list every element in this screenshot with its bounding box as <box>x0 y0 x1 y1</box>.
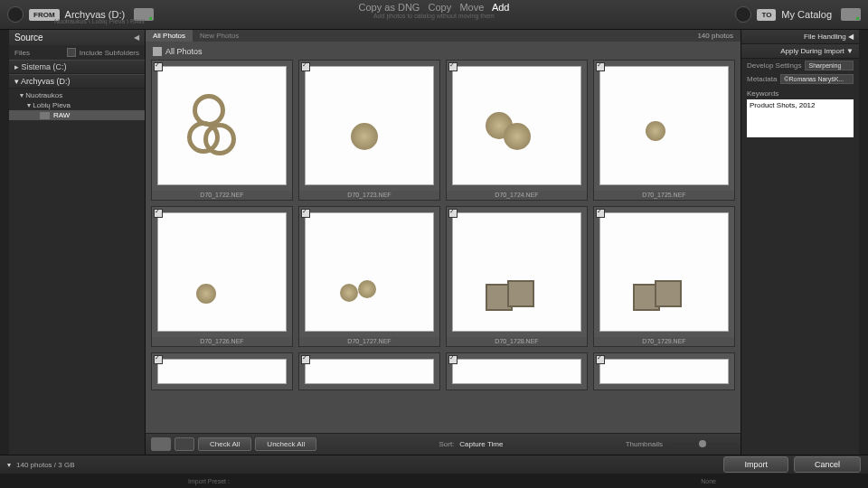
thumb-checkbox[interactable] <box>448 62 458 71</box>
section-title: All Photos <box>165 47 203 56</box>
include-subfolders-checkbox[interactable] <box>67 48 76 57</box>
thumb-checkbox[interactable] <box>301 355 310 364</box>
thumb-filename: D70_1722.NEF <box>152 191 292 200</box>
thumb-cell[interactable]: D70_1722.NEF <box>151 60 293 201</box>
folder-icon <box>40 112 50 119</box>
tree-lobiu-pieva[interactable]: ▾ Lobių Pieva <box>9 100 145 110</box>
thumb-cell[interactable] <box>593 352 735 390</box>
keywords-label: Keywords <box>747 89 854 98</box>
thumb-cell[interactable] <box>298 352 440 390</box>
thumb-checkbox[interactable] <box>448 355 458 364</box>
thumb-cell[interactable]: D70_1727.NEF <box>298 206 440 347</box>
file-handling-header[interactable]: File Handling ◀ <box>741 30 859 44</box>
sort-label: Sort: <box>439 440 454 448</box>
sort-value[interactable]: Capture Time <box>459 440 503 448</box>
thumb-cell[interactable] <box>151 352 293 390</box>
check-all-button[interactable]: Check All <box>198 437 251 451</box>
keywords-input[interactable]: Product Shots, 2012 <box>747 99 854 137</box>
thumb-filename: D70_1726.NEF <box>152 337 292 346</box>
chevron-down-icon: ▼ <box>846 47 854 55</box>
thumb-cell[interactable]: D70_1726.NEF <box>151 206 293 347</box>
right-panel-collapse[interactable] <box>859 30 868 455</box>
thumb-filename: D70_1727.NEF <box>299 337 439 346</box>
left-panel-collapse[interactable] <box>0 30 9 455</box>
thumb-cell[interactable]: D70_1728.NEF <box>446 206 588 347</box>
develop-settings-label: Develop Settings <box>747 61 801 70</box>
tree-raw[interactable]: RAW <box>9 110 145 120</box>
tab-new-photos[interactable]: New Photos <box>193 30 246 42</box>
thumb-checkbox[interactable] <box>154 209 163 218</box>
filmstrip-toggle-icon[interactable]: ▾ <box>7 461 11 469</box>
to-catalog-label[interactable]: My Catalog <box>781 9 832 20</box>
thumbnail-size-label: Thumbnails <box>626 440 663 448</box>
thumb-checkbox[interactable] <box>301 62 310 71</box>
op-move[interactable]: Move <box>459 2 484 13</box>
metadata-dropdown[interactable]: ©Romanas NaryšK... <box>780 74 854 84</box>
uncheck-all-button[interactable]: Uncheck All <box>255 437 316 451</box>
thumb-cell[interactable]: D70_1725.NEF <box>593 60 735 201</box>
thumb-checkbox[interactable] <box>596 355 605 364</box>
catalog-icon <box>841 8 861 21</box>
thumbnail-size-slider[interactable] <box>672 443 735 446</box>
drive-row-d[interactable]: ▾ Archyvas (D:) <box>9 74 145 89</box>
thumb-checkbox[interactable] <box>301 209 310 218</box>
op-add[interactable]: Add <box>492 2 510 13</box>
thumb-checkbox[interactable] <box>596 62 605 71</box>
nav-back-button[interactable] <box>7 6 24 23</box>
chevron-left-icon: ◀ <box>848 33 854 41</box>
photo-count: 140 photos <box>690 30 741 42</box>
apply-during-import-header[interactable]: Apply During Import ▼ <box>741 44 859 59</box>
source-panel-header[interactable]: Source◀ <box>9 30 145 45</box>
thumb-filename: D70_1725.NEF <box>594 191 734 200</box>
thumb-cell[interactable] <box>446 352 588 390</box>
loupe-view-button[interactable] <box>175 437 194 451</box>
thumb-filename: D70_1729.NEF <box>594 337 734 346</box>
breadcrumb: Nuotraukos \ Lobių Pieva \ RAW <box>54 18 145 24</box>
import-button[interactable]: Import <box>723 456 788 473</box>
drive-row-c[interactable]: ▸ Sistema (C:) <box>9 60 145 74</box>
cancel-button[interactable]: Cancel <box>794 456 861 473</box>
thumb-checkbox[interactable] <box>448 209 458 218</box>
op-copy[interactable]: Copy <box>429 2 452 13</box>
files-label: Files <box>14 49 30 57</box>
tree-nuotraukos[interactable]: ▾ Nuotraukos <box>9 90 145 100</box>
thumb-checkbox[interactable] <box>154 62 163 71</box>
thumb-checkbox[interactable] <box>154 355 163 364</box>
thumb-cell[interactable]: D70_1723.NEF <box>298 60 440 201</box>
thumb-filename: D70_1728.NEF <box>447 337 587 346</box>
thumb-filename: D70_1723.NEF <box>299 191 439 200</box>
thumb-filename: D70_1724.NEF <box>447 191 587 200</box>
to-badge: TO <box>757 9 776 21</box>
develop-settings-dropdown[interactable]: Sharpening <box>805 61 854 70</box>
op-copy-dng[interactable]: Copy as DNG <box>359 2 420 13</box>
nav-fwd-button[interactable] <box>735 6 751 23</box>
tab-all-photos[interactable]: All Photos <box>146 30 193 42</box>
thumb-cell[interactable]: D70_1729.NEF <box>593 206 735 347</box>
import-status: 140 photos / 3 GB <box>16 461 75 469</box>
thumb-checkbox[interactable] <box>596 209 605 218</box>
include-subfolders-label: Include Subfolders <box>80 49 139 57</box>
thumb-cell[interactable]: D70_1724.NEF <box>446 60 588 201</box>
metadata-label: Metadata <box>747 75 777 83</box>
grid-view-button[interactable] <box>151 437 171 451</box>
section-checkbox[interactable] <box>153 47 162 56</box>
import-preset-value[interactable]: None <box>701 478 716 484</box>
import-preset-label[interactable]: Import Preset : <box>188 478 230 484</box>
